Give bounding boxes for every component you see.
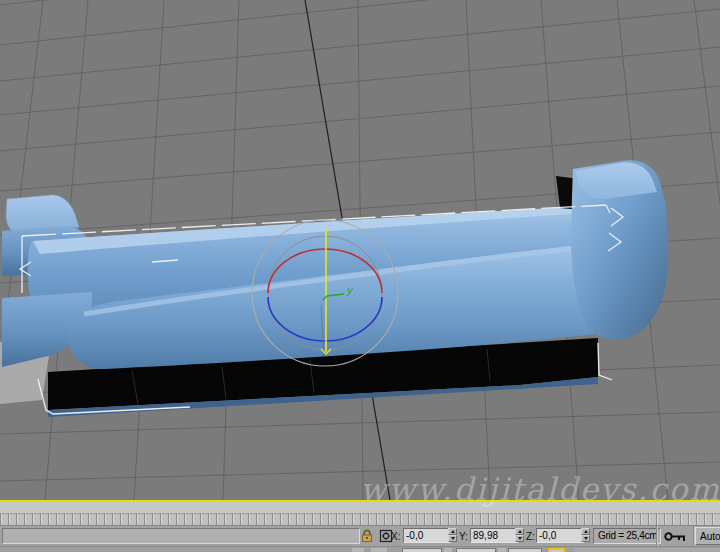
status-bar: X: Y: Z: Grid = 25,4cm	[0, 526, 720, 546]
key-icon	[664, 531, 688, 542]
field-stub[interactable]	[402, 548, 442, 552]
x-spinner[interactable]	[448, 528, 457, 543]
set-key-button[interactable]	[659, 527, 692, 545]
field-stub[interactable]	[456, 548, 496, 552]
panel-stub	[575, 548, 720, 552]
auto-key-label: Auto	[700, 531, 720, 542]
triangle-up-icon	[451, 530, 455, 533]
grid-size-display: Grid = 25,4cm	[593, 528, 661, 544]
triangle-down-icon	[584, 537, 588, 540]
divider	[656, 526, 657, 546]
y-spinner-up[interactable]	[515, 528, 524, 535]
x-coordinate-label: X:	[391, 531, 400, 542]
prompt-line[interactable]	[2, 528, 360, 544]
button-stub[interactable]	[352, 548, 364, 552]
bottom-panel: X: Y: Z: Grid = 25,4cm	[0, 500, 720, 552]
active-viewport-border	[0, 500, 720, 502]
track-bar[interactable]	[0, 502, 720, 514]
z-coordinate-label: Z:	[526, 531, 535, 542]
field-stub[interactable]	[508, 548, 542, 552]
button-stub[interactable]	[371, 548, 387, 552]
app-window: { "viewport": { "watermark": "www.dijita…	[0, 0, 720, 552]
y-spinner-down[interactable]	[515, 535, 524, 542]
divider	[693, 526, 694, 546]
viewport-canvas: y	[0, 0, 720, 500]
padlock-icon	[361, 529, 373, 543]
perspective-viewport[interactable]: y	[0, 0, 720, 500]
z-spinner-up[interactable]	[581, 528, 590, 535]
highlighted-key-button-stub[interactable]	[548, 548, 565, 552]
triangle-up-icon	[584, 530, 588, 533]
spinner-stub[interactable]	[444, 548, 452, 552]
z-spinner-down[interactable]	[581, 535, 590, 542]
z-spinner[interactable]	[581, 528, 590, 543]
triangle-down-icon	[518, 537, 522, 540]
x-coordinate-input[interactable]	[403, 528, 451, 543]
selection-lock-button[interactable]	[359, 528, 375, 544]
y-spinner[interactable]	[515, 528, 524, 543]
x-spinner-down[interactable]	[448, 535, 457, 542]
spinner-stub[interactable]	[498, 548, 506, 552]
partial-next-row	[0, 546, 720, 552]
z-coordinate-input[interactable]	[536, 528, 584, 543]
y-coordinate-input[interactable]	[470, 528, 518, 543]
timeline-ruler[interactable]	[0, 514, 720, 526]
auto-key-button[interactable]: Auto	[695, 527, 720, 545]
triangle-up-icon	[518, 530, 522, 533]
y-coordinate-label: Y:	[459, 531, 468, 542]
triangle-down-icon	[451, 537, 455, 540]
x-spinner-up[interactable]	[448, 528, 457, 535]
